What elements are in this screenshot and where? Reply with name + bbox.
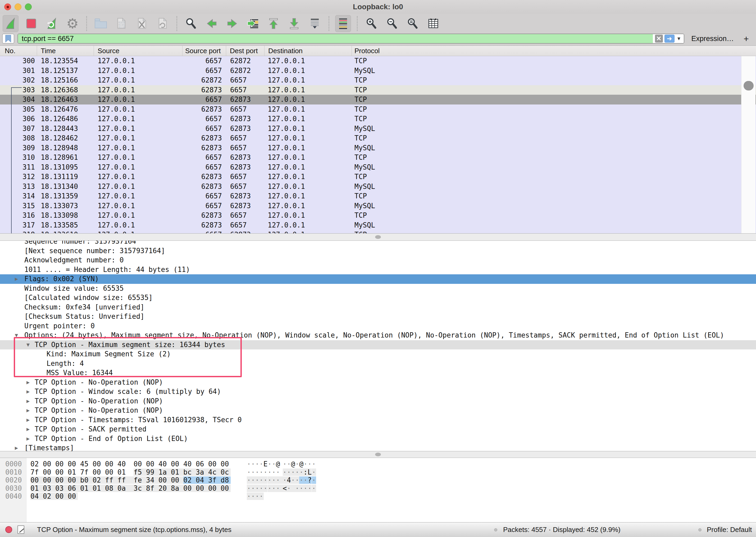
detail-line[interactable]: ▶TCP Option - No-Operation (NOP) (0, 396, 756, 406)
packet-row[interactable]: 30418.126463127.0.0.1665762873127.0.0.1T… (0, 95, 756, 104)
zoom-in-icon[interactable] (363, 15, 379, 32)
hex-byte[interactable]: 00 (105, 468, 113, 476)
hex-byte[interactable]: f5 (134, 468, 142, 476)
detail-line[interactable]: ▼TCP Option - Maximum segment size: 1634… (0, 340, 756, 350)
hex-byte[interactable]: 3f (208, 476, 217, 484)
hex-row[interactable]: 003001·03·03·06·01·01·08·0a·3c<8f·20 8a·… (0, 484, 756, 493)
ascii-char[interactable]: 4 (287, 476, 291, 484)
ascii-char[interactable]: · (291, 468, 295, 476)
ascii-char[interactable]: · (272, 484, 276, 493)
column-header-protocol[interactable]: Protocol (352, 46, 756, 56)
detail-line[interactable]: Acknowledgment number: 0 (0, 256, 756, 265)
ascii-char[interactable]: · (308, 460, 312, 468)
detail-line[interactable]: ▶TCP Option - No-Operation (NOP) (0, 378, 756, 387)
hex-byte[interactable]: 00 (171, 460, 179, 468)
detail-line[interactable]: [Calculated window size: 65535] (0, 293, 756, 303)
hex-row[interactable]: 000002·00·00·00·45E00·00·40@00·00·40@00·… (0, 460, 756, 468)
hex-byte[interactable]: 08 (105, 484, 113, 493)
hex-byte[interactable]: 00 (43, 460, 51, 468)
detail-line[interactable]: 1011 .... = Header Length: 44 bytes (11) (0, 265, 756, 274)
detail-line[interactable]: Checksum: 0xfe34 [unverified] (0, 303, 756, 312)
packet-row[interactable]: 30118.125137127.0.0.1665762872127.0.0.1M… (0, 66, 756, 76)
collapse-arrow-icon[interactable]: ▼ (15, 331, 18, 340)
ascii-char[interactable]: · (268, 460, 272, 468)
hex-byte[interactable]: 01 (171, 468, 179, 476)
ascii-char[interactable]: E (263, 460, 268, 468)
detail-line[interactable]: ▶TCP Option - Window scale: 6 (multiply … (0, 387, 756, 396)
resize-columns-icon[interactable] (425, 15, 441, 32)
column-header-source[interactable]: Source (94, 46, 182, 56)
packet-row[interactable]: 31318.131340127.0.0.1628736657127.0.0.1M… (0, 182, 756, 191)
hex-byte[interactable]: 00 (146, 460, 154, 468)
ascii-char[interactable]: · (283, 476, 287, 484)
go-last-packet-icon[interactable] (286, 15, 302, 32)
ascii-char[interactable]: · (299, 476, 303, 484)
expand-arrow-icon[interactable]: ▶ (26, 415, 30, 425)
hex-byte[interactable]: 7f (80, 468, 88, 476)
filter-apply-button[interactable]: ➜ (664, 35, 675, 43)
column-header-dest-port[interactable]: Dest port (226, 46, 264, 56)
ascii-char[interactable]: · (287, 468, 291, 476)
ascii-char[interactable]: · (295, 476, 299, 484)
ascii-char[interactable]: · (312, 476, 316, 484)
status-profile[interactable]: Profile: Default (707, 522, 752, 537)
hex-byte[interactable]: 04 (30, 492, 39, 501)
hex-byte[interactable]: 02 (30, 460, 39, 468)
hex-row[interactable]: 004004·02·00·00· (0, 492, 756, 501)
hex-row[interactable]: 00107f·00·00·01·7f·00·00·01·f5·99·1a·01·… (0, 468, 756, 476)
expand-arrow-icon[interactable]: ▶ (26, 434, 30, 444)
ascii-char[interactable]: · (299, 468, 303, 476)
hex-byte[interactable]: 00 (220, 484, 229, 493)
hex-byte[interactable]: 00 (55, 460, 63, 468)
hex-byte[interactable]: ff (105, 476, 113, 484)
hex-byte[interactable]: 00 (93, 468, 101, 476)
hex-byte[interactable]: 45 (80, 460, 88, 468)
ascii-char[interactable]: ? (308, 476, 312, 484)
hex-byte[interactable]: fe (134, 476, 142, 484)
hex-byte[interactable]: 8f (146, 484, 154, 493)
detail-line[interactable]: [Checksum Status: Unverified] (0, 312, 756, 321)
expression-button[interactable]: Expression… (691, 35, 734, 43)
hex-byte[interactable]: 06 (196, 460, 204, 468)
hex-byte[interactable]: 00 (55, 492, 63, 501)
ascii-char[interactable]: · (251, 476, 255, 484)
hex-byte[interactable]: 02 (183, 476, 191, 484)
packet-list-header[interactable]: No.TimeSourceSource portDest portDestina… (0, 46, 756, 56)
detail-line[interactable]: ▶TCP Option - End of Option List (EOL) (0, 434, 756, 444)
hex-byte[interactable]: 02 (93, 476, 101, 484)
packet-row[interactable]: 31818.133610127.0.0.1665762873127.0.0.1T… (0, 230, 756, 233)
hex-byte[interactable]: 00 (68, 460, 76, 468)
colorize-icon[interactable] (335, 15, 351, 32)
detail-line[interactable]: Window size value: 65535 (0, 284, 756, 293)
hex-byte[interactable]: 00 (43, 476, 51, 484)
hex-byte[interactable]: 00 (68, 476, 76, 484)
ascii-char[interactable]: · (291, 476, 295, 484)
ascii-char[interactable]: · (251, 484, 255, 493)
close-window-icon[interactable] (4, 3, 11, 10)
packet-row[interactable]: 31518.133073127.0.0.1665762873127.0.0.1M… (0, 201, 756, 211)
hex-byte[interactable]: 00 (30, 476, 39, 484)
expand-arrow-icon[interactable]: ▶ (26, 406, 30, 415)
expand-arrow-icon[interactable]: ▶ (26, 378, 30, 387)
ascii-char[interactable]: · (276, 476, 280, 484)
capture-stop-icon[interactable] (23, 15, 39, 32)
detail-line[interactable]: MSS Value: 16344 (0, 368, 756, 378)
capture-start-icon[interactable] (3, 15, 19, 32)
capture-restart-icon[interactable] (44, 15, 60, 32)
ascii-char[interactable]: · (247, 484, 251, 493)
hex-byte[interactable]: 00 (55, 476, 63, 484)
ascii-char[interactable]: @ (291, 460, 295, 468)
ascii-char[interactable]: L (308, 468, 312, 476)
hex-byte[interactable]: 99 (146, 468, 154, 476)
ascii-char[interactable]: · (312, 460, 316, 468)
hex-byte[interactable]: 40 (158, 460, 167, 468)
ascii-char[interactable]: · (299, 484, 303, 493)
detail-line[interactable]: Kind: Maximum Segment Size (2) (0, 350, 756, 359)
find-packet-icon[interactable] (183, 15, 199, 32)
capture-options-gear-icon[interactable]: ⚙ (64, 15, 80, 32)
detail-line[interactable]: Length: 4 (0, 359, 756, 368)
hex-byte[interactable]: 1a (158, 468, 167, 476)
packet-row[interactable]: 31218.131119127.0.0.1628736657127.0.0.1T… (0, 172, 756, 182)
detail-line[interactable]: ▶TCP Option - Timestamps: TSval 10160129… (0, 415, 756, 425)
hex-byte[interactable]: 03 (55, 484, 63, 493)
